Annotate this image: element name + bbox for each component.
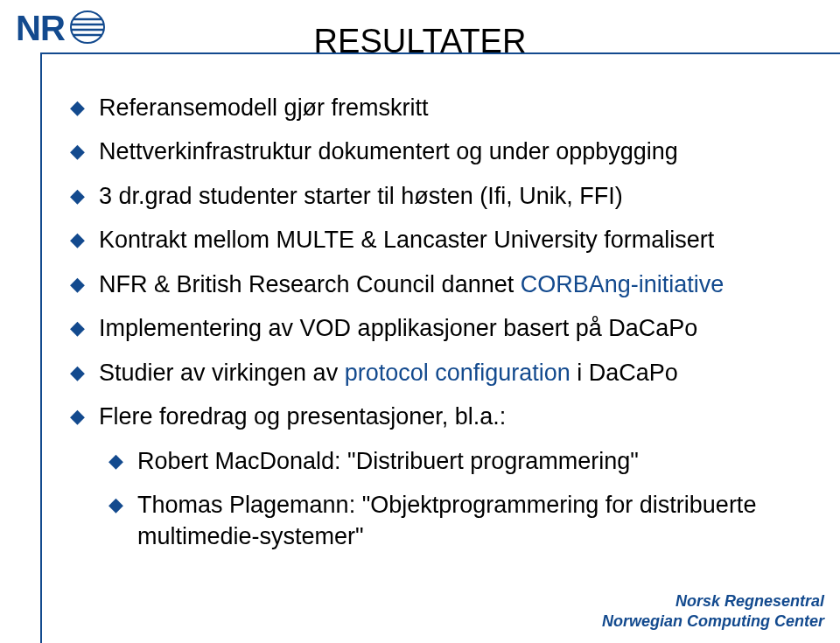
subbullet-text: Thomas Plagemann: "Objektprogrammering f… (137, 489, 805, 553)
bullet-item: ◆ Studier av virkingen av protocol confi… (70, 357, 805, 388)
bullet-text: Flere foredrag og presentasjoner, bl.a.: (99, 401, 805, 432)
bullet-marker: ◆ (70, 180, 85, 211)
subbullet-item: ◆ Thomas Plagemann: "Objektprogrammering… (108, 489, 805, 553)
footer-line2: Norwegian Computing Center (602, 612, 824, 632)
footer-line1: Norsk Regnesentral (602, 591, 824, 612)
bullet-item: ◆ Kontrakt mellom MULTE & Lancaster Univ… (70, 224, 805, 255)
bullet-text: Studier av virkingen av protocol configu… (99, 357, 805, 388)
bullet-item: ◆ Nettverkinfrastruktur dokumentert og u… (70, 136, 805, 167)
slide-content: ◆ Referansemodell gjør fremskritt ◆ Nett… (70, 92, 805, 565)
bullet-marker: ◆ (70, 136, 85, 166)
bullet-text: Kontrakt mellom MULTE & Lancaster Univer… (99, 224, 805, 255)
bullet-marker: ◆ (108, 445, 123, 476)
bullet-text: Referansemodell gjør fremskritt (99, 92, 805, 123)
bullet-marker: ◆ (108, 489, 123, 520)
bullet-marker: ◆ (70, 269, 85, 299)
border-left (40, 52, 42, 643)
bullet-marker: ◆ (70, 357, 85, 388)
footer: Norsk Regnesentral Norwegian Computing C… (602, 591, 824, 631)
bullet-item: ◆ NFR & British Research Council dannet … (70, 269, 805, 300)
bullet-text: 3 dr.grad studenter starter til høsten (… (99, 180, 805, 212)
subbullet-item: ◆ Robert MacDonald: "Distribuert program… (108, 445, 805, 477)
bullet-marker: ◆ (70, 92, 85, 122)
bullet-marker: ◆ (70, 224, 85, 255)
bullet-item: ◆ 3 dr.grad studenter starter til høsten… (70, 180, 805, 212)
bullet-item: ◆ Referansemodell gjør fremskritt (70, 92, 805, 123)
bullet-text: Nettverkinfrastruktur dokumentert og und… (99, 136, 805, 167)
bullet-text: NFR & British Research Council dannet CO… (99, 269, 805, 300)
subbullet-text: Robert MacDonald: "Distribuert programme… (137, 445, 805, 477)
slide-title: RESULTATER (0, 23, 840, 60)
bullet-text: Implementering av VOD applikasjoner base… (99, 312, 805, 344)
bullet-marker: ◆ (70, 401, 85, 431)
bullet-marker: ◆ (70, 312, 85, 343)
bullet-item: ◆ Flere foredrag og presentasjoner, bl.a… (70, 401, 805, 432)
bullet-item: ◆ Implementering av VOD applikasjoner ba… (70, 312, 805, 344)
